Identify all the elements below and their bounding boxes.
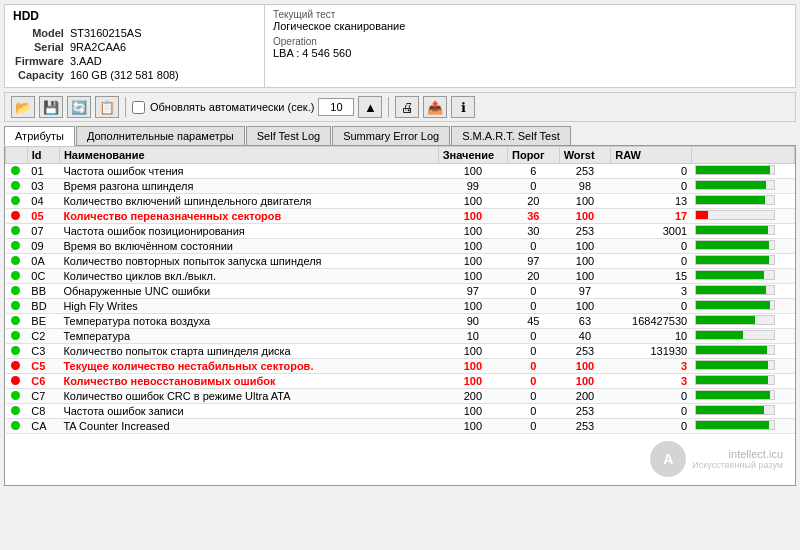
increment-btn[interactable]: ▲	[358, 96, 382, 118]
tab-attributes[interactable]: Атрибуты	[4, 126, 75, 146]
table-row: 05 Количество переназначенных секторов 1…	[6, 209, 795, 224]
watermark-site: intellect.icu	[692, 448, 783, 460]
bar-fill	[696, 331, 743, 339]
serial-label: Serial	[15, 41, 68, 53]
row-raw: 3001	[611, 224, 691, 239]
capacity-value: 160 GB (312 581 808)	[70, 69, 179, 81]
row-value: 100	[438, 404, 507, 419]
watermark-subtitle: Искусственный разум	[692, 460, 783, 470]
row-led	[6, 374, 28, 389]
tab-smart-self-test[interactable]: S.M.A.R.T. Self Test	[451, 126, 571, 145]
row-worst: 253	[559, 224, 611, 239]
table-row: CA TA Counter Increased 100 0 253 0	[6, 419, 795, 434]
tab-self-test-log[interactable]: Self Test Log	[246, 126, 331, 145]
export-btn[interactable]: 📤	[423, 96, 447, 118]
content-area: Id Наименование Значение Порог Worst RAW…	[4, 146, 796, 486]
row-thresh: 0	[508, 239, 560, 254]
row-raw: 0	[611, 239, 691, 254]
toolbar-btn-2[interactable]: 💾	[39, 96, 63, 118]
row-raw: 0	[611, 419, 691, 434]
row-name: TA Counter Increased	[59, 419, 438, 434]
bar-fill	[696, 421, 769, 429]
toolbar-sep-2	[388, 97, 389, 117]
row-thresh: 36	[508, 209, 560, 224]
row-value: 100	[438, 299, 507, 314]
toolbar-btn-4[interactable]: 📋	[95, 96, 119, 118]
table-row: 09 Время во включённом состоянии 100 0 1…	[6, 239, 795, 254]
row-name: Количество невосстановимых ошибок	[59, 374, 438, 389]
row-name: Время разгона шпинделя	[59, 179, 438, 194]
row-raw: 13	[611, 194, 691, 209]
tab-summary-error-log[interactable]: Summary Error Log	[332, 126, 450, 145]
row-worst: 100	[559, 299, 611, 314]
row-bar	[691, 344, 794, 359]
table-row: C6 Количество невосстановимых ошибок 100…	[6, 374, 795, 389]
tab-bar: Атрибуты Дополнительные параметры Self T…	[4, 126, 796, 146]
row-bar	[691, 209, 794, 224]
toolbar: 📂 💾 🔄 📋 Обновлять автоматически (сек.) ▲…	[4, 92, 796, 122]
col-raw-header: RAW	[611, 147, 691, 164]
row-bar	[691, 314, 794, 329]
row-thresh: 0	[508, 284, 560, 299]
row-id: 09	[27, 239, 59, 254]
bar-fill	[696, 271, 764, 279]
bar-fill	[696, 241, 769, 249]
table-row: 07 Частота ошибок позиционирования 100 3…	[6, 224, 795, 239]
watermark: A intellect.icu Искусственный разум	[650, 441, 783, 477]
bar-bg	[695, 300, 775, 310]
toolbar-btn-1[interactable]: 📂	[11, 96, 35, 118]
row-thresh: 0	[508, 299, 560, 314]
table-row: C3 Количество попыток старта шпинделя ди…	[6, 344, 795, 359]
led-indicator	[11, 196, 20, 205]
row-id: CA	[27, 419, 59, 434]
row-raw: 15	[611, 269, 691, 284]
bar-bg	[695, 420, 775, 430]
row-name: Частота ошибок позиционирования	[59, 224, 438, 239]
tab-extra-params[interactable]: Дополнительные параметры	[76, 126, 245, 145]
bar-bg	[695, 285, 775, 295]
row-led	[6, 269, 28, 284]
row-raw: 0	[611, 179, 691, 194]
hdd-details-table: Model ST3160215AS Serial 9RA2CAA6 Firmwa…	[13, 25, 181, 83]
row-bar	[691, 419, 794, 434]
led-indicator	[11, 271, 20, 280]
row-id: BB	[27, 284, 59, 299]
row-bar	[691, 284, 794, 299]
update-interval-input[interactable]	[318, 98, 354, 116]
row-worst: 100	[559, 209, 611, 224]
row-worst: 100	[559, 239, 611, 254]
row-value: 100	[438, 194, 507, 209]
row-bar	[691, 404, 794, 419]
col-worst-header: Worst	[559, 147, 611, 164]
row-worst: 100	[559, 254, 611, 269]
row-worst: 63	[559, 314, 611, 329]
row-worst: 253	[559, 344, 611, 359]
row-value: 99	[438, 179, 507, 194]
row-raw: 0	[611, 389, 691, 404]
row-name: Количество включений шпиндельного двигат…	[59, 194, 438, 209]
row-id: 05	[27, 209, 59, 224]
serial-value: 9RA2CAA6	[70, 41, 179, 53]
print-btn[interactable]: 🖨	[395, 96, 419, 118]
auto-update-checkbox[interactable]	[132, 101, 145, 114]
watermark-text: intellect.icu Искусственный разум	[692, 448, 783, 470]
row-id: C6	[27, 374, 59, 389]
bar-bg	[695, 345, 775, 355]
table-row: C2 Температура 10 0 40 10	[6, 329, 795, 344]
row-bar	[691, 254, 794, 269]
led-indicator	[11, 331, 20, 340]
row-value: 200	[438, 389, 507, 404]
bar-bg	[695, 240, 775, 250]
row-thresh: 0	[508, 389, 560, 404]
bar-fill	[696, 391, 770, 399]
toolbar-btn-3[interactable]: 🔄	[67, 96, 91, 118]
row-thresh: 0	[508, 404, 560, 419]
bar-bg	[695, 375, 775, 385]
row-bar	[691, 299, 794, 314]
led-indicator	[11, 376, 20, 385]
info-btn[interactable]: ℹ	[451, 96, 475, 118]
row-led	[6, 314, 28, 329]
row-raw: 3	[611, 284, 691, 299]
col-thresh-header: Порог	[508, 147, 560, 164]
col-name-header: Наименование	[59, 147, 438, 164]
